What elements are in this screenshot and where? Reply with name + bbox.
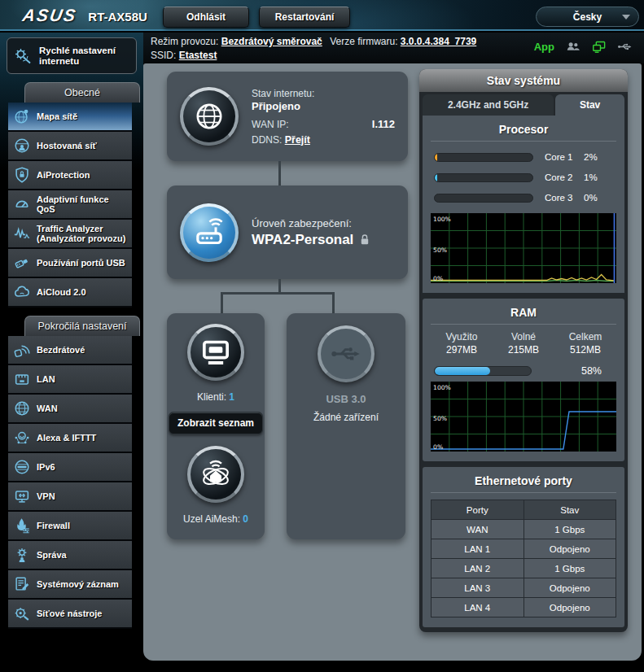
mode-link[interactable]: Bezdrátový směrovač [221,36,322,47]
log-icon [13,575,31,593]
sidebar-item-bezdratove[interactable]: Bezdrátové [8,336,132,365]
sidebar-item-aiprotection[interactable]: AiProtection [8,161,132,190]
monitor-icon [199,336,232,369]
sidebar-item-hostovana-sit[interactable]: Hostovaná síť [8,132,132,161]
sidebar-item-usb-app[interactable]: Používání portů USB [8,249,132,278]
cpu-title: Procesor [431,120,616,142]
sidebar-item-label: LAN [37,374,55,384]
chevron-down-icon [622,15,630,20]
cloud-icon [13,283,31,301]
usb-card: USB 3.0 Žádné zařízení [287,313,405,539]
reboot-button[interactable]: Restartování [259,7,350,28]
tab-status[interactable]: Stav [555,94,624,116]
ram-usage-bar [434,366,532,376]
connector-branch [221,292,335,295]
clients-icon[interactable] [565,39,580,55]
wifi-icon [13,341,31,359]
table-row: LAN 3Odpojeno [432,578,616,598]
connector-right-drop [332,295,335,313]
status-tabs: 2.4GHz and 5GHz Stav [423,94,624,116]
tab-bands[interactable]: 2.4GHz and 5GHz [423,94,554,116]
usb-ports-icon [13,254,31,272]
sidebar-item-label: Mapa sítě [37,111,77,121]
mode-label: Režim provozu: [151,36,218,47]
cpu-section: Procesor Core 12%Core 21%Core 30% 100% 5… [423,116,624,293]
table-row: LAN 4Odpojeno [432,598,616,617]
cpu-core-fill [435,174,437,181]
port-cell: LAN 1 [432,539,524,559]
ethernet-table: Porty Stav WAN1 GbpsLAN 1OdpojenoLAN 21 … [431,500,616,617]
sidebar-item-system-log[interactable]: Systémový záznam [8,570,132,600]
ram-ylabel-100: 100% [433,384,451,391]
ram-usage-row: 58% [434,365,616,377]
sidebar: Rychlé nastavení internetu ObecnéMapa sí… [0,33,143,672]
sidebar-item-sprava[interactable]: Správa [8,541,132,570]
ssid-link[interactable]: Etastest [179,50,217,61]
sidebar-item-lan[interactable]: LAN [8,365,132,395]
cpu-ylabel-0: 0% [433,275,443,282]
firmware-link[interactable]: 3.0.0.4.384_7739 [401,36,476,47]
language-value: Česky [573,11,602,23]
main-content: Stav internetu: Připojeno WAN IP: I.112 … [143,63,642,661]
router-admin-page: ASUS RT-AX58U Odhlásit Restartování Česk… [0,0,644,672]
sidebar-item-wan[interactable]: WAN [8,395,132,424]
sidebar-item-label: Alexa & IFTTT [37,433,96,443]
connector-left-drop [221,295,223,313]
router-security-button[interactable] [180,203,239,262]
ram-stat: Využito297MB [431,331,493,356]
usb-title: USB 3.0 [326,393,366,405]
ram-stat: Celkem512MB [554,331,616,356]
show-client-list-button[interactable]: Zobrazit seznam [169,412,263,434]
quick-setup-label: Rychlé nastavení internetu [39,46,130,67]
sidebar-sections: ObecnéMapa sítěHostovaná síťAiProtection… [0,82,143,629]
admin-icon [13,546,31,564]
aimesh-button[interactable] [187,446,244,503]
gauge-icon [13,195,31,213]
port-cell: LAN 3 [432,578,524,598]
clients-count: 1 [229,391,234,403]
cpu-ylabel-50: 50% [433,247,447,254]
quick-setup-button[interactable]: Rychlé nastavení internetu [7,37,137,74]
internet-globe-button[interactable] [180,87,239,146]
sidebar-section-header: Pokročilá nastavení [24,316,140,336]
ram-stat: Volné215MB [493,331,554,356]
sidebar-item-aicloud[interactable]: AiCloud 2.0 [8,278,132,308]
ram-usage-fill [435,367,490,375]
connector-stem [278,279,281,293]
sidebar-item-vpn[interactable]: VPN [8,482,132,512]
clients-button[interactable] [187,324,244,381]
language-select[interactable]: Česky [536,7,639,27]
sidebar-item-alexa-ifttt[interactable]: Alexa & IFTTT [8,424,132,453]
logout-button[interactable]: Odhlásit [163,7,249,28]
lock-icon [359,233,370,246]
alexa-icon [13,429,31,447]
status-cell: Odpojeno [524,598,616,617]
wan-ip-value: I.112 [372,118,395,130]
top-bar: ASUS RT-AX58U Odhlásit Restartování Česk… [0,0,644,31]
sidebar-item-label: Firewall [37,521,70,530]
aimesh-count-line: Uzel AiMesh: 0 [183,513,248,525]
sidebar-item-label: WAN [37,404,58,413]
sidebar-item-network-tools[interactable]: Síťové nástroje [8,600,132,629]
sidebar-item-firewall[interactable]: Firewall [8,512,132,541]
vpn-icon [13,487,31,505]
tools-icon [13,604,31,622]
sidebar-item-label: Systémový záznam [37,579,119,589]
ddns-link[interactable]: Přejít [285,134,310,146]
internet-status-label: Stav internetu: [252,88,395,99]
cpu-ylabel-100: 100% [433,216,451,223]
security-text: Úroveň zabezpečení: WPA2-Personal [252,217,408,248]
sidebar-section-header: Obecné [24,82,140,103]
internet-icon-wrap [167,87,252,146]
app-link[interactable]: App [534,41,554,53]
sidebar-item-qos[interactable]: Adaptivní funkce QoS [8,190,132,220]
sidebar-item-ipv6[interactable]: IPv6 [8,453,132,482]
clients-count-line: Klienti: 1 [197,391,234,403]
sidebar-item-traffic-analyzer[interactable]: Traffic Analyzer (Analyzátor provozu) [8,220,132,249]
usb-icon[interactable] [617,39,633,55]
cpu-core-row: Core 21% [434,172,616,182]
sidebar-item-mapa-site[interactable]: Mapa sítě [8,103,132,132]
sidebar-item-label: VPN [37,491,55,501]
devices-icon[interactable] [591,39,607,55]
ram-stat-label: Volné [493,331,554,343]
